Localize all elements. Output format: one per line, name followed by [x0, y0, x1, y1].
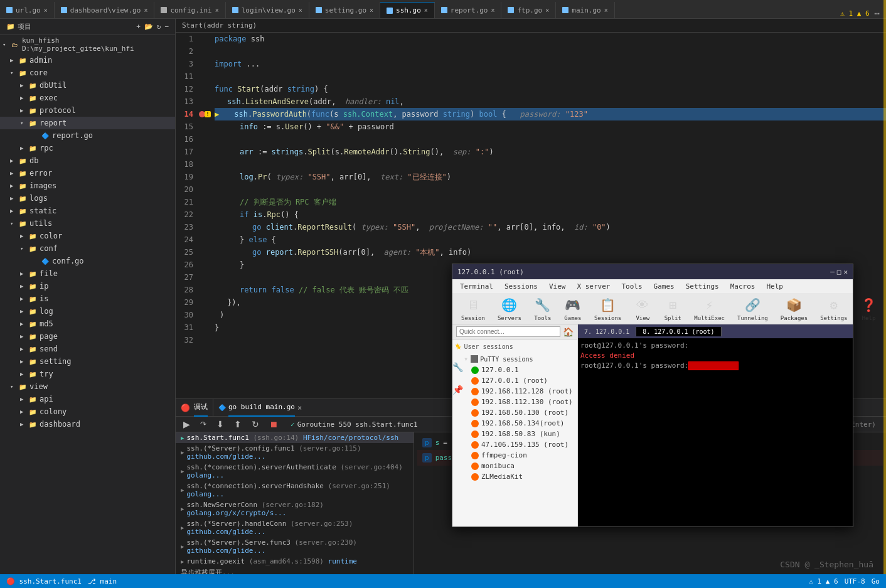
- session-192-168-112-130[interactable]: 192.168.112.130 (root): [452, 397, 577, 407]
- side-tool-icon[interactable]: 🔧: [452, 362, 463, 372]
- toolbar-split-btn[interactable]: ⊞ Split: [660, 295, 685, 323]
- maximize-button[interactable]: □: [837, 268, 841, 276]
- tree-item-rpc[interactable]: ▶ 📁 rpc: [0, 142, 175, 154]
- tree-item-send[interactable]: ▶ 📁 send: [0, 343, 175, 355]
- collapse-icon[interactable]: −: [164, 23, 169, 31]
- menu-view[interactable]: View: [544, 281, 571, 292]
- tab-config-ini[interactable]: config.ini ×: [154, 2, 225, 18]
- tree-item-ip[interactable]: ▶ 📁 ip: [0, 280, 175, 292]
- tree-item-core[interactable]: ▾ 📁 core: [0, 67, 175, 79]
- tab-go-build[interactable]: go build main.go: [228, 399, 295, 417]
- more-button[interactable]: ⋯: [875, 8, 880, 18]
- stack-frame-6[interactable]: ▶ ssh.(*Server).Serve.func3 (server.go:2…: [176, 537, 414, 556]
- stack-frame-1[interactable]: ▶ ssh.(*Server).config.func1 (server.go:…: [176, 443, 414, 462]
- close-icon[interactable]: ×: [424, 7, 428, 14]
- tab-ssh-go[interactable]: ssh.go ×: [380, 2, 435, 18]
- tree-item-dashboard[interactable]: ▶ 📁 dashboard: [0, 418, 175, 430]
- toolbar-packages-btn[interactable]: 📦 Packages: [777, 295, 811, 323]
- close-icon[interactable]: ×: [604, 7, 608, 14]
- tree-item-is[interactable]: ▶ 📁 is: [0, 292, 175, 305]
- tree-item-images[interactable]: ▶ 📁 images: [0, 179, 175, 192]
- debug-step-over-btn[interactable]: ↷: [198, 419, 209, 430]
- session-192-168-50-130[interactable]: 192.168.50.130 (root): [452, 407, 577, 418]
- side-pin-icon[interactable]: 📌: [452, 385, 463, 395]
- stack-frame-8[interactable]: 异步堆栈展开...: [176, 567, 414, 574]
- toolbar-multiexec-btn[interactable]: ⚡ MultiExec: [690, 295, 729, 323]
- debug-step-into-btn[interactable]: ⬇: [214, 418, 227, 430]
- tree-item-setting[interactable]: ▶ 📁 setting: [0, 355, 175, 368]
- session-192-168-50-134[interactable]: 192.168.50.134(root): [452, 418, 577, 429]
- menu-macros[interactable]: Macros: [725, 281, 761, 292]
- session-127-0-0-1-root[interactable]: 127.0.0.1 (root): [452, 375, 577, 386]
- toolbar-session-btn[interactable]: 🖥 Session: [457, 295, 489, 323]
- tree-item-dbutil[interactable]: ▶ 📁 dbUtil: [0, 79, 175, 92]
- tree-item-conf-go[interactable]: 🔷 conf.go: [0, 255, 175, 267]
- tab-dashboard-view-go[interactable]: dashboard\view.go ×: [55, 2, 155, 18]
- session-zlmediakit[interactable]: ZLMediaKit: [452, 471, 577, 482]
- tree-item-color[interactable]: ▶ 📁 color: [0, 230, 175, 242]
- tree-item-admin[interactable]: ▶ 📁 admin: [0, 54, 175, 67]
- toolbar-help-btn[interactable]: ❓ Help: [857, 295, 882, 323]
- tab-main-go[interactable]: main.go ×: [556, 2, 614, 18]
- close-icon[interactable]: ×: [370, 7, 373, 14]
- session-monibuca[interactable]: monibuca: [452, 461, 577, 471]
- tree-item-colony[interactable]: ▶ 📁 colony: [0, 405, 175, 418]
- menu-help[interactable]: Help: [761, 281, 788, 292]
- tab-debugger[interactable]: 调试: [194, 399, 208, 417]
- tree-item-db[interactable]: ▶ 📁 db: [0, 154, 175, 167]
- terminal-tab-7[interactable]: 7. 127.0.0.1: [578, 327, 636, 336]
- debug-restart-btn[interactable]: ↻: [249, 418, 262, 430]
- session-127-0-0-1[interactable]: 127.0.0.1: [452, 365, 577, 375]
- tree-item-conf[interactable]: ▾ 📁 conf: [0, 242, 175, 255]
- tab-login-view-go[interactable]: login\view.go ×: [226, 2, 309, 18]
- close-debug-tab-icon[interactable]: ×: [297, 404, 302, 412]
- debug-continue-btn[interactable]: ▶: [181, 418, 193, 430]
- tab-url-go[interactable]: url.go ×: [0, 2, 55, 18]
- close-icon[interactable]: ×: [44, 7, 48, 14]
- stack-frame-4[interactable]: ▶ ssh.NewServerConn (server.go:182) gola…: [176, 500, 414, 518]
- menu-terminal[interactable]: Terminal: [455, 281, 498, 292]
- session-192-168-112-128[interactable]: 192.168.112.128 (root): [452, 386, 577, 397]
- close-icon[interactable]: ×: [491, 7, 494, 14]
- session-47-106-159-135[interactable]: 47.106.159.135 (root): [452, 439, 577, 450]
- tab-ftp-go[interactable]: ftp.go ×: [501, 2, 556, 18]
- tree-item-protocol[interactable]: ▶ 📁 protocol: [0, 104, 175, 117]
- menu-sessions[interactable]: Sessions: [499, 281, 543, 292]
- tree-item-page[interactable]: ▶ 📁 page: [0, 330, 175, 343]
- toolbar-servers-btn[interactable]: 🌐 Servers: [494, 295, 525, 323]
- tree-item-logs[interactable]: ▶ 📁 logs: [0, 192, 175, 205]
- tree-item-static[interactable]: ▶ 📁 static: [0, 205, 175, 217]
- tree-item-view[interactable]: ▾ 📁 view: [0, 380, 175, 393]
- toolbar-view-btn[interactable]: 👁 View: [630, 295, 655, 323]
- connect-button[interactable]: 🏠: [563, 327, 574, 337]
- tab-report-go[interactable]: report.go ×: [435, 2, 502, 18]
- tree-item-report[interactable]: ▾ 📁 report: [0, 117, 175, 129]
- terminal-tab-8[interactable]: 8. 127.0.0.1 (root): [636, 327, 721, 336]
- toolbar-settings-btn[interactable]: ⚙ Settings: [816, 295, 851, 323]
- tree-item-exec[interactable]: ▶ 📁 exec: [0, 92, 175, 104]
- tree-root[interactable]: ▾ 🗁 kun_hfish D:\my_project_gitee\kun_hf…: [0, 35, 175, 54]
- tree-item-log[interactable]: ▶ 📁 log: [0, 305, 175, 318]
- tree-item-file[interactable]: ▶ 📁 file: [0, 267, 175, 280]
- side-star-icon[interactable]: ★: [455, 339, 460, 350]
- refresh-icon[interactable]: ↻: [157, 23, 161, 31]
- menu-games[interactable]: Games: [649, 281, 680, 292]
- toolbar-games-btn[interactable]: 🎮 Games: [560, 295, 585, 323]
- stack-frame-7[interactable]: ▶ runtime.goexit (asm_amd64.s:1598) runt…: [176, 556, 414, 567]
- tab-setting-go[interactable]: setting.go ×: [309, 2, 380, 18]
- session-ffmpeg-cion[interactable]: ffmpeg-cion: [452, 450, 577, 461]
- close-icon[interactable]: ×: [144, 7, 147, 14]
- new-folder-icon[interactable]: 📂: [144, 23, 153, 31]
- debug-step-out-btn[interactable]: ⬆: [232, 418, 244, 430]
- stack-frame-5[interactable]: ▶ ssh.(*Server).handleConn (server.go:25…: [176, 518, 414, 537]
- tree-item-md5[interactable]: ▶ 📁 md5: [0, 318, 175, 330]
- close-icon[interactable]: ×: [215, 7, 219, 14]
- menu-tools[interactable]: Tools: [616, 281, 647, 292]
- quick-connect-input[interactable]: [456, 326, 560, 337]
- tree-item-utils[interactable]: ▾ 📁 utils: [0, 217, 175, 230]
- tree-item-report-go[interactable]: 🔷 report.go: [0, 129, 175, 142]
- stack-frame-3[interactable]: ▶ ssh.(*connection).serverHandshake (ser…: [176, 481, 414, 500]
- menu-settings[interactable]: Settings: [681, 281, 724, 292]
- toolbar-tools-btn[interactable]: 🔧 Tools: [530, 295, 555, 323]
- new-file-icon[interactable]: +: [136, 23, 141, 31]
